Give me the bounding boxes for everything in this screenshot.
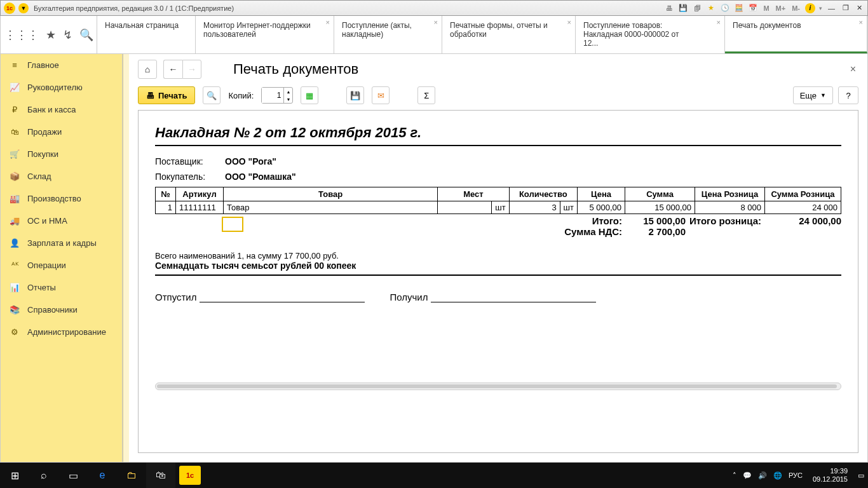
tray-clock[interactable]: 19:39 09.12.2015: [809, 467, 851, 484]
tray-network-icon[interactable]: 🌐: [773, 471, 782, 480]
minimize-button[interactable]: —: [826, 4, 837, 12]
star-icon[interactable]: ★: [46, 28, 56, 42]
sidebar-item-production[interactable]: 🏭Производство: [1, 187, 122, 210]
sign-line: [200, 291, 365, 302]
back-button[interactable]: ←: [163, 60, 182, 79]
sidebar-item-purchases[interactable]: 🛒Покупки: [1, 143, 122, 165]
sidebar-item-catalogs[interactable]: 📚Справочники: [1, 299, 122, 321]
sidebar-strip: [123, 54, 129, 462]
horizontal-scrollbar[interactable]: [155, 383, 841, 390]
tab-bar: ⋮⋮⋮ ★ ↯ 🔍 Начальная страница Монитор Инт…: [0, 16, 868, 54]
memory-mplus-button[interactable]: M+: [775, 4, 787, 12]
sidebar-item-head[interactable]: 📈Руководителю: [1, 76, 122, 98]
memory-mminus-button[interactable]: M-: [790, 4, 801, 12]
tray-volume-icon[interactable]: 🔊: [758, 471, 767, 480]
save-doc-button[interactable]: 💾: [346, 86, 364, 104]
items-table: № Артикул Товар Мест Количество Цена Сум…: [155, 187, 841, 214]
copies-spinner[interactable]: ▲▼: [283, 88, 292, 103]
taskbar-search-icon[interactable]: ⌕: [29, 463, 58, 488]
tab-home[interactable]: Начальная страница: [97, 16, 196, 53]
close-page-button[interactable]: ×: [848, 61, 858, 78]
tab-monitor[interactable]: Монитор Интернет-поддержки пользователей…: [196, 16, 334, 53]
table-row[interactable]: 1 11111111 Товар шт 3 шт 5 000,00 15 000…: [156, 201, 841, 214]
sign-in-label: Получил: [390, 292, 428, 302]
tab-close-icon[interactable]: ×: [567, 18, 571, 26]
sum-button[interactable]: Σ: [417, 86, 435, 104]
sidebar-item-bank[interactable]: ₽Банк и касса: [1, 98, 122, 121]
tray-notifications-icon[interactable]: ▭: [858, 471, 864, 480]
forward-button[interactable]: →: [182, 60, 201, 79]
tab-close-icon[interactable]: ×: [434, 18, 438, 26]
tab-postuplenie[interactable]: Поступление (акты, накладные) ×: [334, 16, 442, 53]
quick-panel: ⋮⋮⋮ ★ ↯ 🔍: [1, 16, 97, 53]
sidebar-item-label: Банк и касса: [27, 105, 76, 114]
home-button[interactable]: ⌂: [138, 60, 157, 79]
explorer-icon[interactable]: 🗀: [117, 463, 146, 488]
onec-task-icon[interactable]: 1c: [179, 466, 201, 485]
sidebar-item-label: Администрирование: [27, 327, 106, 337]
sidebar-item-label: Производство: [27, 194, 81, 203]
save-icon[interactable]: 💾: [678, 3, 688, 13]
sidebar-item-sales[interactable]: 🛍Продажи: [1, 121, 122, 143]
sidebar-item-salary[interactable]: 👤Зарплата и кадры: [1, 232, 122, 254]
tab-close-icon[interactable]: ×: [326, 18, 330, 26]
title-bar: 1c ▼ Бухгалтерия предприятия, редакция 3…: [0, 0, 868, 16]
supplier-value: ООО "Рога": [225, 156, 276, 166]
store-icon[interactable]: 🛍: [146, 463, 175, 488]
preview-button[interactable]: 🔍: [203, 86, 220, 104]
sidebar-item-label: Склад: [27, 172, 51, 181]
task-view-icon[interactable]: ▭: [58, 463, 88, 488]
close-window-button[interactable]: ✕: [855, 4, 864, 12]
sidebar-item-warehouse[interactable]: 📦Склад: [1, 165, 122, 187]
col-num: №: [156, 187, 176, 201]
col-goods: Товар: [224, 187, 438, 201]
cell-num: 1: [156, 201, 176, 214]
help-button[interactable]: ?: [838, 86, 858, 104]
tab-nakladnaya[interactable]: Поступление товаров: Накладная 0000-0000…: [576, 16, 725, 53]
sidebar-item-label: Покупки: [27, 149, 58, 159]
sidebar-item-os[interactable]: 🚚ОС и НМА: [1, 210, 122, 232]
tray-lang[interactable]: РУС: [789, 471, 803, 479]
link-icon[interactable]: ↯: [63, 28, 72, 42]
sidebar-item-admin[interactable]: ⚙Администрирование: [1, 321, 122, 343]
more-button[interactable]: Еще ▼: [793, 86, 833, 104]
cell-qty: 3: [509, 201, 560, 214]
divider: [155, 274, 841, 276]
document-viewport[interactable]: Накладная № 2 от 12 октября 2015 г. Пост…: [138, 110, 858, 453]
calc-icon[interactable]: 🗐: [692, 3, 702, 13]
calculator-icon[interactable]: 🧮: [734, 3, 744, 13]
tab-pechatnye[interactable]: Печатные формы, отчеты и обработки ×: [442, 16, 576, 53]
tab-close-icon[interactable]: ×: [859, 18, 863, 26]
calendar-icon[interactable]: 📅: [748, 3, 758, 13]
sidebar-item-reports[interactable]: 📊Отчеты: [1, 276, 122, 299]
sidebar-item-label: Руководителю: [27, 83, 83, 92]
settings-button[interactable]: ▦: [301, 86, 318, 104]
info-chevron-icon[interactable]: ▾: [819, 5, 822, 11]
edge-icon[interactable]: e: [88, 463, 117, 488]
print-icon[interactable]: 🖶: [664, 3, 674, 13]
restore-button[interactable]: ❐: [841, 4, 851, 12]
email-button[interactable]: ✉: [372, 86, 390, 104]
tray-action-icon[interactable]: 💬: [743, 471, 752, 480]
signatures: Отпустил Получил: [155, 291, 841, 302]
sidebar-item-main[interactable]: ≡Главное: [1, 54, 122, 76]
history-icon[interactable]: 🕓: [720, 3, 730, 13]
print-button[interactable]: 🖶 Печать: [138, 86, 195, 104]
sidebar-item-label: Продажи: [27, 127, 62, 137]
favorite-icon[interactable]: ★: [706, 3, 716, 13]
copies-input[interactable]: [262, 88, 283, 103]
info-icon[interactable]: i: [805, 3, 815, 13]
sidebar-item-label: Зарплата и кадры: [27, 238, 97, 248]
start-button[interactable]: ⊞: [0, 463, 29, 488]
tray-chevron-icon[interactable]: ˄: [733, 471, 736, 480]
search-icon[interactable]: 🔍: [79, 28, 93, 42]
doc-title: Накладная № 2 от 12 октября 2015 г.: [155, 125, 841, 141]
app-menu-icon[interactable]: ▼: [18, 3, 29, 13]
copies-input-wrap: ▲▼: [261, 87, 293, 104]
memory-m-button[interactable]: M: [762, 4, 770, 12]
tab-print-docs[interactable]: Печать документов ×: [725, 16, 867, 53]
tab-close-icon[interactable]: ×: [717, 18, 721, 26]
truck-icon: 🚚: [10, 216, 20, 226]
sidebar-item-operations[interactable]: ᴬᴷОперации: [1, 254, 122, 276]
apps-icon[interactable]: ⋮⋮⋮: [4, 28, 39, 42]
